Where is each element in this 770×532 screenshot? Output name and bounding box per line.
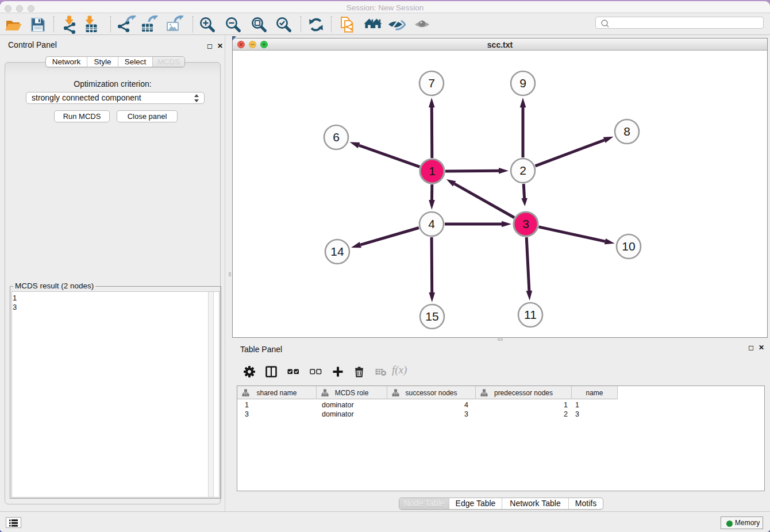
svg-text:14: 14 xyxy=(330,245,344,258)
svg-text:7: 7 xyxy=(428,76,435,90)
svg-text:9: 9 xyxy=(519,76,526,90)
svg-text:1: 1 xyxy=(429,164,436,178)
svg-text:6: 6 xyxy=(333,130,340,144)
svg-text:15: 15 xyxy=(425,310,438,323)
svg-text:3: 3 xyxy=(522,217,529,230)
svg-text:11: 11 xyxy=(524,308,537,321)
svg-text:2: 2 xyxy=(519,164,526,177)
svg-text:4: 4 xyxy=(428,217,435,230)
svg-text:10: 10 xyxy=(622,240,635,253)
svg-text:8: 8 xyxy=(623,125,630,138)
